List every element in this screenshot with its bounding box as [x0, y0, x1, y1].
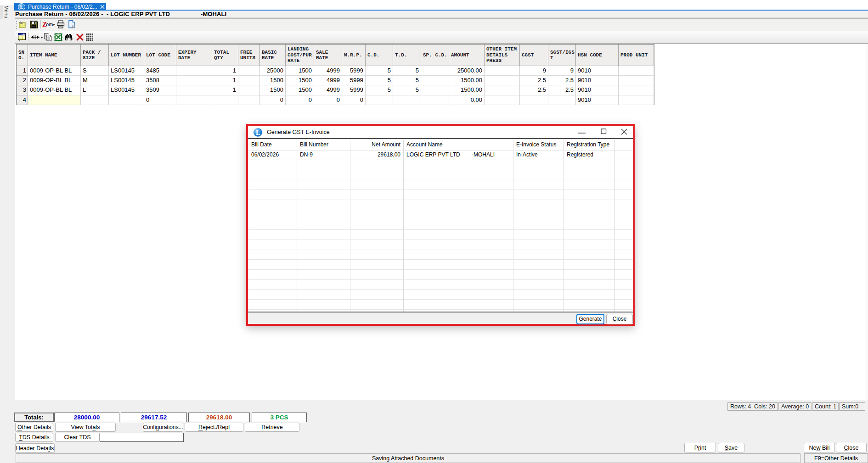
- svg-text:L: L: [256, 129, 260, 136]
- svg-text:L: L: [20, 4, 23, 10]
